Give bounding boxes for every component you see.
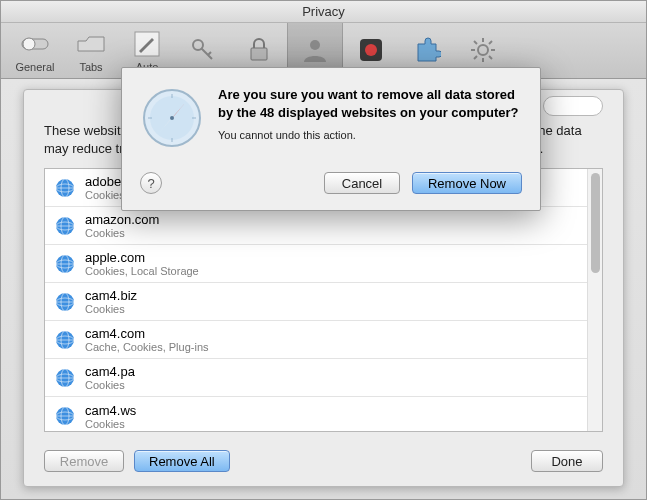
key-icon <box>188 35 218 65</box>
svg-line-15 <box>489 41 492 44</box>
site-domain: amazon.com <box>85 212 159 227</box>
globe-icon <box>55 406 75 426</box>
cancel-button[interactable]: Cancel <box>324 172 400 194</box>
svg-line-16 <box>474 56 477 59</box>
window-titlebar: Privacy <box>1 1 646 23</box>
person-icon <box>300 35 330 65</box>
site-domain: cam4.ws <box>85 403 136 418</box>
svg-point-53 <box>170 116 174 120</box>
remove-button[interactable]: Remove <box>44 450 124 472</box>
site-kinds: Cache, Cookies, Plug-ins <box>85 341 209 353</box>
toolbar-label: General <box>15 61 54 73</box>
preferences-window: Privacy General Tabs Auto <box>0 0 647 500</box>
list-item[interactable]: amazon.com Cookies <box>45 207 602 245</box>
globe-icon <box>55 178 75 198</box>
window-title: Privacy <box>302 4 345 19</box>
toolbar-item-tabs[interactable]: Tabs <box>63 23 119 79</box>
safari-app-icon <box>140 86 204 150</box>
list-item[interactable]: apple.com Cookies, Local Storage <box>45 245 602 283</box>
site-kinds: Cookies <box>85 379 135 391</box>
globe-icon <box>55 368 75 388</box>
remove-now-button[interactable]: Remove Now <box>412 172 522 194</box>
site-domain: cam4.com <box>85 326 209 341</box>
svg-line-13 <box>474 41 477 44</box>
pen-icon <box>132 29 162 59</box>
list-item[interactable]: cam4.com Cache, Cookies, Plug-ins <box>45 321 602 359</box>
gear-icon <box>468 35 498 65</box>
site-kinds: Cookies <box>85 418 136 430</box>
svg-line-14 <box>489 56 492 59</box>
list-item[interactable]: cam4.biz Cookies <box>45 283 602 321</box>
dialog-subtitle: You cannot undo this action. <box>218 129 522 141</box>
dialog-title: Are you sure you want to remove all data… <box>218 86 522 121</box>
svg-point-5 <box>310 40 320 50</box>
globe-icon <box>55 330 75 350</box>
remove-all-button[interactable]: Remove All <box>134 450 230 472</box>
puzzle-icon <box>412 35 442 65</box>
record-icon <box>356 35 386 65</box>
svg-rect-4 <box>251 48 267 60</box>
list-item[interactable]: cam4.pa Cookies <box>45 359 602 397</box>
switch-icon <box>20 29 50 59</box>
site-domain: cam4.biz <box>85 288 137 303</box>
toolbar-item-general[interactable]: General <box>7 23 63 79</box>
globe-icon <box>55 216 75 236</box>
svg-point-1 <box>23 38 35 50</box>
confirm-remove-dialog: Are you sure you want to remove all data… <box>121 67 541 211</box>
list-scrollbar[interactable] <box>587 169 602 431</box>
done-button[interactable]: Done <box>531 450 603 472</box>
site-kinds: Cookies <box>85 227 159 239</box>
globe-icon <box>55 292 75 312</box>
panel-button-row: Remove Remove All Done <box>44 450 603 472</box>
search-field[interactable] <box>543 96 603 116</box>
site-domain: apple.com <box>85 250 199 265</box>
tabs-icon <box>76 29 106 59</box>
scrollbar-thumb[interactable] <box>591 173 600 273</box>
site-kinds: Cookies, Local Storage <box>85 265 199 277</box>
toolbar-label: Tabs <box>79 61 102 73</box>
svg-point-8 <box>478 45 488 55</box>
globe-icon <box>55 254 75 274</box>
site-kinds: Cookies <box>85 303 137 315</box>
site-domain: cam4.pa <box>85 364 135 379</box>
list-item[interactable]: cam4.ws Cookies <box>45 397 602 432</box>
help-button[interactable]: ? <box>140 172 162 194</box>
lock-icon <box>244 35 274 65</box>
svg-point-7 <box>365 44 377 56</box>
